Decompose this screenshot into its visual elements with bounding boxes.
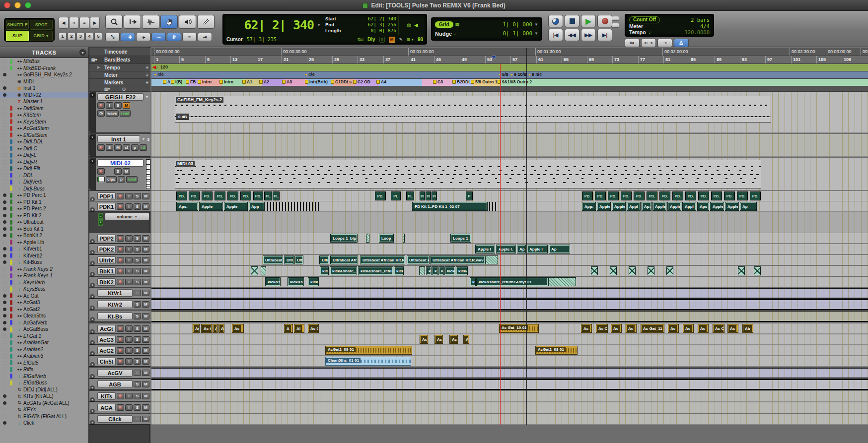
collapse-track-button[interactable]: ▼ [90, 207, 95, 212]
clip[interactable]: Ac C [596, 324, 608, 333]
sidebar-track-item[interactable]: ⇅KITs (Kit ALL) [0, 393, 88, 400]
track-active-dot[interactable] [3, 334, 6, 338]
clip[interactable]: ki [438, 266, 444, 275]
s-button[interactable]: S [134, 347, 141, 354]
sidebar-track-item[interactable]: ◄►GoFISH_FM_Key2s.2 [0, 71, 88, 78]
sidebar-track-item[interactable]: ◄►BobKit 2 [0, 232, 88, 239]
clip[interactable]: Ac [683, 324, 694, 333]
clip[interactable]: PD. [621, 191, 632, 200]
track-active-dot[interactable] [3, 294, 6, 298]
collapse-track-button[interactable]: ▼ [90, 283, 95, 288]
track-lane-ktvr1[interactable] [151, 288, 868, 299]
nudge-value-row[interactable]: Nudge♩ 0| 1| 000▼ [435, 30, 538, 37]
selector-tool-button[interactable] [142, 15, 159, 29]
track-header-inst1[interactable]: ▼Inst 1▼3SMclprd [89, 134, 150, 157]
i-button[interactable]: I [125, 404, 133, 411]
clip[interactable]: Apple [710, 202, 724, 211]
rd-button[interactable]: rd [140, 144, 147, 151]
clip[interactable]: PD. [215, 191, 225, 200]
track-view-selector[interactable]: ▥▾ ◷ [89, 86, 150, 92]
clip[interactable]: Ac [232, 324, 244, 333]
wave-button[interactable]: wave [106, 110, 119, 117]
m-button[interactable]: M [142, 257, 149, 263]
clip[interactable]: A. [463, 335, 469, 344]
track-name-button[interactable]: AGA [97, 404, 116, 411]
record-enable-button[interactable] [117, 193, 124, 199]
sidebar-track-item[interactable]: ◄►PD Kit 1 [0, 199, 88, 206]
track-active-dot[interactable] [3, 415, 6, 418]
track-header-pdp2[interactable]: ▼PDP2ISM [89, 233, 150, 244]
collapse-track-button[interactable]: ▼ [90, 420, 95, 425]
track-lane-bbk1[interactable]: kickkick&snare_kick&snare_returnkickkiki… [151, 266, 868, 276]
clip[interactable]: kick8 [308, 277, 319, 286]
s-button[interactable]: S [134, 235, 141, 242]
grid-value-row[interactable]: Grid▦ 1| 0| 000▼ [435, 21, 538, 28]
m-button[interactable]: M [142, 301, 149, 308]
m-button[interactable]: M [142, 279, 149, 285]
track-active-dot[interactable] [3, 160, 6, 164]
track-name-button[interactable]: Inst 1 [97, 135, 140, 143]
clip[interactable]: Pi [426, 191, 431, 200]
track-active-dot[interactable] [3, 113, 6, 117]
sidebar-track-item[interactable]: ↓Didj-Buss [0, 186, 88, 192]
clip[interactable]: PD. [375, 191, 386, 200]
fast-forward-button[interactable]: ▶▶ [581, 29, 596, 41]
transport-option-button-1[interactable] [612, 16, 619, 21]
clip[interactable]: PD. [227, 191, 238, 200]
clip[interactable]: Pi [420, 191, 425, 200]
track-header-click[interactable]: ▼ClickSM [89, 414, 150, 425]
track-header-acg2[interactable]: ▼AcG2ISM [89, 345, 150, 356]
track-height-menu[interactable]: ▼ [141, 137, 146, 141]
clip[interactable]: PD. [750, 191, 761, 200]
conductor-button[interactable]: ♙ [674, 39, 689, 47]
clip[interactable] [629, 266, 636, 275]
clip[interactable]: PD. [685, 191, 696, 200]
clip[interactable] [591, 266, 598, 275]
track-active-dot[interactable] [3, 421, 6, 425]
clip[interactable]: Ultrabeat Afric [330, 255, 358, 264]
track-active-dot[interactable] [3, 140, 6, 143]
track-active-dot[interactable] [3, 301, 6, 304]
clip[interactable]: PL [406, 191, 414, 200]
sidebar-track-item[interactable]: ◉MIDI [0, 78, 88, 85]
sidebar-track-item[interactable]: ◄►KitStem [0, 112, 88, 119]
track-header-pdk2[interactable]: ▼PDK2ISM [89, 244, 150, 254]
record-enable-button[interactable] [117, 358, 124, 365]
sidebar-track-item[interactable]: ◄►AcGatStem [0, 125, 88, 132]
track-header-bbk1[interactable]: ▼BbK1ISM [89, 266, 150, 276]
i-button[interactable]: I [125, 246, 133, 253]
track-active-dot[interactable] [3, 187, 6, 190]
track-active-dot[interactable] [3, 321, 6, 324]
m-button[interactable]: M [142, 290, 149, 296]
clip[interactable]: kick [394, 266, 404, 275]
track-lane-acg3[interactable]: Ac.Ac.Ac.A. [151, 334, 868, 345]
sidebar-track-item[interactable]: ◄►PD Perc 1 [0, 192, 88, 199]
sidebar-track-item[interactable]: ↓Kit-Buss [0, 259, 88, 266]
track-color-tab[interactable]: ▼ [89, 158, 96, 190]
track-active-dot[interactable] [3, 100, 6, 103]
clip[interactable] [366, 234, 369, 243]
track-active-dot[interactable] [3, 341, 6, 344]
rewind-button[interactable]: ◀◀ [565, 29, 579, 41]
i-button[interactable]: I [125, 325, 133, 332]
sidebar-track-item[interactable]: ◄►Didj-R [0, 159, 88, 166]
s-button[interactable]: S [134, 257, 141, 263]
clip[interactable]: PD. [672, 191, 683, 200]
track-active-dot[interactable] [3, 368, 6, 371]
track-name-button[interactable]: Kt-Bs [97, 313, 133, 320]
track-active-dot[interactable] [3, 327, 6, 331]
clip[interactable]: kick&snare_ [330, 266, 357, 275]
s-button[interactable]: S [134, 313, 141, 319]
go-to-end-button[interactable]: ▶| [597, 29, 612, 41]
i-button[interactable]: I [125, 203, 133, 210]
clip[interactable]: Ap [517, 245, 526, 253]
sidebar-track-item[interactable]: ◄►El Gat 1 [0, 333, 88, 340]
m-button[interactable]: M [142, 235, 149, 242]
track-lane-kits[interactable] [151, 391, 868, 402]
p-button[interactable]: p [131, 144, 139, 151]
track-lane-ktvr2[interactable] [151, 299, 868, 310]
clip[interactable] [489, 202, 497, 211]
clip[interactable]: Ultra [284, 255, 294, 264]
track-active-dot[interactable] [3, 133, 6, 137]
clip[interactable]: kick&snare_return [358, 266, 393, 275]
